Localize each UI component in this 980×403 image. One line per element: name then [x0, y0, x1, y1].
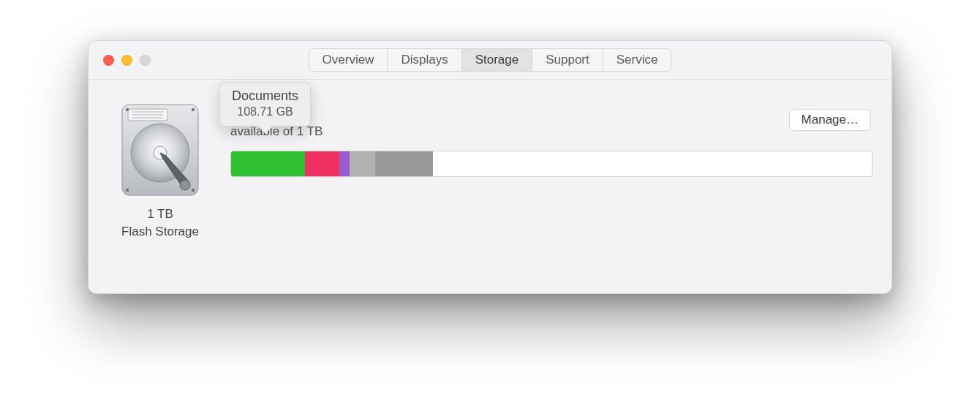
- volume-availability-label: available of 1 TB: [230, 124, 871, 139]
- drive-capacity-label: 1 TB: [147, 207, 173, 222]
- tooltip-value: 108.71 GB: [232, 105, 298, 118]
- drive-summary: 1 TB Flash Storage: [109, 102, 211, 239]
- zoom-window-button[interactable]: [140, 55, 151, 66]
- manage-storage-button[interactable]: Manage…: [789, 109, 871, 131]
- volume-info: Manage… HD available of 1 TB Documents 1…: [230, 102, 871, 177]
- close-window-button[interactable]: [103, 55, 114, 66]
- volume-name: HD: [230, 105, 871, 121]
- storage-segment-other-1[interactable]: [339, 151, 350, 176]
- window-controls: [103, 55, 151, 66]
- tooltip-title: Documents: [232, 88, 298, 104]
- svg-point-8: [192, 189, 195, 192]
- storage-segment-apps[interactable]: [305, 151, 339, 176]
- tab-service[interactable]: Service: [603, 49, 671, 71]
- svg-point-7: [126, 189, 129, 192]
- section-tabs: OverviewDisplaysStorageSupportService: [309, 48, 672, 72]
- tab-overview[interactable]: Overview: [309, 49, 388, 71]
- svg-point-5: [126, 108, 129, 111]
- svg-point-6: [192, 108, 195, 111]
- storage-segment-system[interactable]: [350, 151, 375, 176]
- storage-usage-bar[interactable]: [230, 151, 872, 177]
- storage-segment-tooltip: Documents 108.71 GB: [219, 82, 311, 127]
- storage-segment-other-2[interactable]: [375, 151, 433, 176]
- tab-displays[interactable]: Displays: [388, 49, 461, 71]
- titlebar: OverviewDisplaysStorageSupportService: [88, 41, 892, 80]
- svg-point-11: [180, 180, 190, 190]
- storage-pane: 1 TB Flash Storage Manage… HD available …: [88, 80, 892, 260]
- storage-segment-free[interactable]: [433, 151, 872, 176]
- storage-segment-documents[interactable]: [231, 151, 305, 176]
- tab-support[interactable]: Support: [532, 49, 603, 71]
- tab-storage[interactable]: Storage: [462, 49, 533, 71]
- drive-media-label: Flash Storage: [121, 225, 199, 239]
- internal-drive-icon: [118, 102, 203, 198]
- about-this-mac-window: OverviewDisplaysStorageSupportService: [88, 40, 892, 294]
- minimize-window-button[interactable]: [121, 55, 132, 66]
